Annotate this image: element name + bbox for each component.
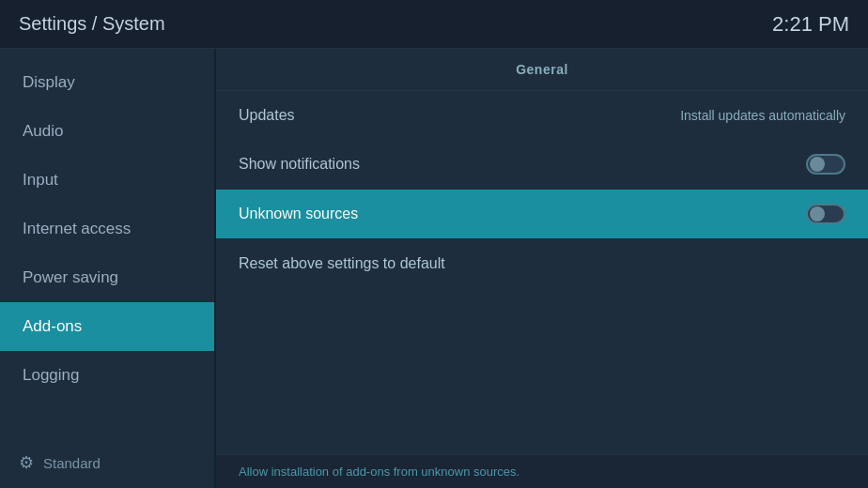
sidebar: Display Audio Input Internet access Powe… [0,49,214,488]
sidebar-item-power-saving[interactable]: Power saving [0,253,214,302]
main-layout: Display Audio Input Internet access Powe… [0,49,868,488]
sidebar-item-add-ons[interactable]: Add-ons [0,302,214,351]
setting-label-updates: Updates [239,107,295,124]
gear-icon: ⚙ [19,452,34,473]
content-area: General Updates Install updates automati… [214,49,868,488]
toggle-thumb-show-notifications [810,157,825,172]
setting-row-updates[interactable]: Updates Install updates automatically [216,91,868,140]
header: Settings / System 2:21 PM [0,0,868,49]
section-header: General [216,49,868,91]
toggle-thumb-unknown-sources [810,206,825,221]
sidebar-footer: ⚙ Standard [0,437,214,488]
toggle-cursor-area [806,204,845,224]
toggle-show-notifications[interactable] [806,154,845,175]
sidebar-item-audio[interactable]: Audio [0,107,214,156]
setting-row-unknown-sources[interactable]: Unknown sources [216,190,868,239]
content-inner: General Updates Install updates automati… [216,49,868,454]
status-bar: Allow installation of add-ons from unkno… [216,454,868,488]
sidebar-item-internet-access[interactable]: Internet access [0,205,214,253]
setting-label-reset: Reset above settings to default [239,255,445,272]
sidebar-item-input[interactable]: Input [0,156,214,205]
toggle-unknown-sources[interactable] [806,204,845,224]
sidebar-item-logging[interactable]: Logging [0,351,214,400]
setting-row-show-notifications[interactable]: Show notifications [216,140,868,190]
setting-row-reset[interactable]: Reset above settings to default [216,239,868,288]
setting-value-updates: Install updates automatically [680,108,845,123]
sidebar-item-display[interactable]: Display [0,58,214,107]
setting-label-unknown-sources: Unknown sources [239,206,358,222]
status-text: Allow installation of add-ons from unkno… [239,465,519,479]
clock: 2:21 PM [772,12,849,37]
setting-label-show-notifications: Show notifications [239,156,360,173]
page-title: Settings / System [19,13,165,35]
sidebar-footer-label: Standard [43,455,101,471]
